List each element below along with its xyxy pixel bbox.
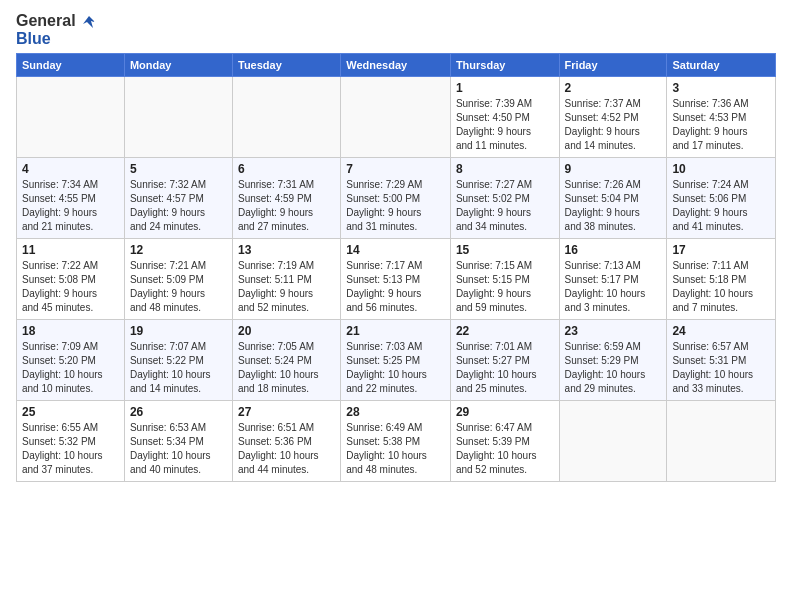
calendar-cell: 18Sunrise: 7:09 AM Sunset: 5:20 PM Dayli… [17, 320, 125, 401]
day-info: Sunrise: 6:57 AM Sunset: 5:31 PM Dayligh… [672, 340, 770, 396]
day-info: Sunrise: 6:51 AM Sunset: 5:36 PM Dayligh… [238, 421, 335, 477]
logo-blue: Blue [16, 30, 97, 48]
day-info: Sunrise: 7:13 AM Sunset: 5:17 PM Dayligh… [565, 259, 662, 315]
day-info: Sunrise: 7:03 AM Sunset: 5:25 PM Dayligh… [346, 340, 445, 396]
day-number: 11 [22, 243, 119, 257]
calendar-week-row: 25Sunrise: 6:55 AM Sunset: 5:32 PM Dayli… [17, 401, 776, 482]
day-info: Sunrise: 7:09 AM Sunset: 5:20 PM Dayligh… [22, 340, 119, 396]
calendar-cell: 19Sunrise: 7:07 AM Sunset: 5:22 PM Dayli… [124, 320, 232, 401]
calendar-cell: 13Sunrise: 7:19 AM Sunset: 5:11 PM Dayli… [232, 239, 340, 320]
calendar-cell: 29Sunrise: 6:47 AM Sunset: 5:39 PM Dayli… [450, 401, 559, 482]
calendar-cell: 10Sunrise: 7:24 AM Sunset: 5:06 PM Dayli… [667, 158, 776, 239]
day-info: Sunrise: 7:26 AM Sunset: 5:04 PM Dayligh… [565, 178, 662, 234]
day-number: 8 [456, 162, 554, 176]
day-number: 18 [22, 324, 119, 338]
day-of-week-header: Sunday [17, 54, 125, 77]
logo-general: General [16, 12, 97, 30]
day-number: 23 [565, 324, 662, 338]
day-number: 12 [130, 243, 227, 257]
day-info: Sunrise: 7:07 AM Sunset: 5:22 PM Dayligh… [130, 340, 227, 396]
day-info: Sunrise: 7:22 AM Sunset: 5:08 PM Dayligh… [22, 259, 119, 315]
calendar-cell: 26Sunrise: 6:53 AM Sunset: 5:34 PM Dayli… [124, 401, 232, 482]
calendar-cell: 20Sunrise: 7:05 AM Sunset: 5:24 PM Dayli… [232, 320, 340, 401]
calendar-week-row: 4Sunrise: 7:34 AM Sunset: 4:55 PM Daylig… [17, 158, 776, 239]
svg-marker-0 [83, 16, 95, 28]
day-number: 24 [672, 324, 770, 338]
day-number: 17 [672, 243, 770, 257]
day-number: 15 [456, 243, 554, 257]
day-number: 10 [672, 162, 770, 176]
calendar-week-row: 1Sunrise: 7:39 AM Sunset: 4:50 PM Daylig… [17, 77, 776, 158]
day-number: 6 [238, 162, 335, 176]
day-info: Sunrise: 7:37 AM Sunset: 4:52 PM Dayligh… [565, 97, 662, 153]
day-number: 9 [565, 162, 662, 176]
calendar-cell: 3Sunrise: 7:36 AM Sunset: 4:53 PM Daylig… [667, 77, 776, 158]
day-info: Sunrise: 7:05 AM Sunset: 5:24 PM Dayligh… [238, 340, 335, 396]
calendar-cell: 25Sunrise: 6:55 AM Sunset: 5:32 PM Dayli… [17, 401, 125, 482]
calendar-cell: 27Sunrise: 6:51 AM Sunset: 5:36 PM Dayli… [232, 401, 340, 482]
day-number: 27 [238, 405, 335, 419]
day-number: 22 [456, 324, 554, 338]
calendar-cell: 14Sunrise: 7:17 AM Sunset: 5:13 PM Dayli… [341, 239, 451, 320]
day-of-week-header: Friday [559, 54, 667, 77]
calendar-cell: 2Sunrise: 7:37 AM Sunset: 4:52 PM Daylig… [559, 77, 667, 158]
calendar-week-row: 18Sunrise: 7:09 AM Sunset: 5:20 PM Dayli… [17, 320, 776, 401]
day-info: Sunrise: 6:55 AM Sunset: 5:32 PM Dayligh… [22, 421, 119, 477]
day-info: Sunrise: 7:17 AM Sunset: 5:13 PM Dayligh… [346, 259, 445, 315]
calendar-cell: 4Sunrise: 7:34 AM Sunset: 4:55 PM Daylig… [17, 158, 125, 239]
day-number: 2 [565, 81, 662, 95]
day-number: 5 [130, 162, 227, 176]
calendar-cell [17, 77, 125, 158]
day-number: 20 [238, 324, 335, 338]
day-info: Sunrise: 7:31 AM Sunset: 4:59 PM Dayligh… [238, 178, 335, 234]
day-number: 4 [22, 162, 119, 176]
day-number: 3 [672, 81, 770, 95]
calendar-cell: 21Sunrise: 7:03 AM Sunset: 5:25 PM Dayli… [341, 320, 451, 401]
calendar-cell: 28Sunrise: 6:49 AM Sunset: 5:38 PM Dayli… [341, 401, 451, 482]
calendar-table: SundayMondayTuesdayWednesdayThursdayFrid… [16, 53, 776, 482]
day-number: 7 [346, 162, 445, 176]
calendar-cell: 9Sunrise: 7:26 AM Sunset: 5:04 PM Daylig… [559, 158, 667, 239]
day-info: Sunrise: 7:11 AM Sunset: 5:18 PM Dayligh… [672, 259, 770, 315]
day-number: 13 [238, 243, 335, 257]
day-number: 21 [346, 324, 445, 338]
day-info: Sunrise: 7:39 AM Sunset: 4:50 PM Dayligh… [456, 97, 554, 153]
day-info: Sunrise: 6:49 AM Sunset: 5:38 PM Dayligh… [346, 421, 445, 477]
calendar-cell: 16Sunrise: 7:13 AM Sunset: 5:17 PM Dayli… [559, 239, 667, 320]
calendar-cell: 5Sunrise: 7:32 AM Sunset: 4:57 PM Daylig… [124, 158, 232, 239]
calendar-week-row: 11Sunrise: 7:22 AM Sunset: 5:08 PM Dayli… [17, 239, 776, 320]
calendar-cell [341, 77, 451, 158]
calendar-cell: 6Sunrise: 7:31 AM Sunset: 4:59 PM Daylig… [232, 158, 340, 239]
day-number: 25 [22, 405, 119, 419]
day-info: Sunrise: 7:34 AM Sunset: 4:55 PM Dayligh… [22, 178, 119, 234]
day-number: 19 [130, 324, 227, 338]
calendar-cell: 1Sunrise: 7:39 AM Sunset: 4:50 PM Daylig… [450, 77, 559, 158]
calendar-cell: 23Sunrise: 6:59 AM Sunset: 5:29 PM Dayli… [559, 320, 667, 401]
calendar-cell: 17Sunrise: 7:11 AM Sunset: 5:18 PM Dayli… [667, 239, 776, 320]
day-of-week-header: Monday [124, 54, 232, 77]
day-of-week-header: Saturday [667, 54, 776, 77]
day-info: Sunrise: 7:01 AM Sunset: 5:27 PM Dayligh… [456, 340, 554, 396]
day-of-week-header: Wednesday [341, 54, 451, 77]
day-info: Sunrise: 7:36 AM Sunset: 4:53 PM Dayligh… [672, 97, 770, 153]
calendar-cell: 8Sunrise: 7:27 AM Sunset: 5:02 PM Daylig… [450, 158, 559, 239]
day-number: 16 [565, 243, 662, 257]
day-info: Sunrise: 7:27 AM Sunset: 5:02 PM Dayligh… [456, 178, 554, 234]
logo-bird-icon [81, 14, 97, 30]
day-number: 29 [456, 405, 554, 419]
header: General Blue [16, 12, 776, 47]
calendar-cell [124, 77, 232, 158]
day-info: Sunrise: 6:59 AM Sunset: 5:29 PM Dayligh… [565, 340, 662, 396]
calendar-cell: 22Sunrise: 7:01 AM Sunset: 5:27 PM Dayli… [450, 320, 559, 401]
calendar-cell [232, 77, 340, 158]
day-info: Sunrise: 7:15 AM Sunset: 5:15 PM Dayligh… [456, 259, 554, 315]
calendar-cell: 12Sunrise: 7:21 AM Sunset: 5:09 PM Dayli… [124, 239, 232, 320]
calendar-cell [667, 401, 776, 482]
calendar-cell: 11Sunrise: 7:22 AM Sunset: 5:08 PM Dayli… [17, 239, 125, 320]
page-container: General Blue SundayMondayTuesdayWednesda… [0, 0, 792, 490]
day-of-week-header: Thursday [450, 54, 559, 77]
day-info: Sunrise: 7:29 AM Sunset: 5:00 PM Dayligh… [346, 178, 445, 234]
calendar-cell: 24Sunrise: 6:57 AM Sunset: 5:31 PM Dayli… [667, 320, 776, 401]
calendar-cell: 15Sunrise: 7:15 AM Sunset: 5:15 PM Dayli… [450, 239, 559, 320]
day-info: Sunrise: 6:47 AM Sunset: 5:39 PM Dayligh… [456, 421, 554, 477]
